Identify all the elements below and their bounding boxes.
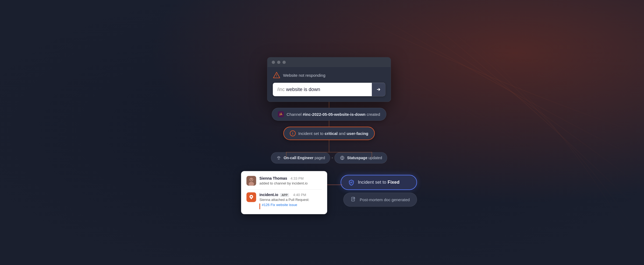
- postmortem-text: Post-mortem doc generated: [360, 197, 410, 202]
- chat-content-1: Sienna Thomas 4:33 PM added to channel b…: [259, 176, 322, 186]
- critical-pill-text: Incident set to critical and user-facing: [298, 131, 368, 136]
- chat-body-1: added to channel by incident.io: [259, 181, 322, 185]
- bottom-area: Sienna Thomas 4:33 PM added to channel b…: [241, 171, 417, 214]
- connector-v4: [286, 152, 286, 157]
- oncall-text: On-call Engineer paged: [284, 156, 325, 160]
- connector-v3: [329, 140, 329, 152]
- connector-v1: [329, 102, 329, 108]
- window-body: ! Website not responding /inc website is…: [267, 67, 391, 102]
- svg-point-9: [251, 196, 252, 197]
- svg-point-1: [278, 158, 279, 158]
- connector-v2: [329, 121, 329, 127]
- postmortem-pill: Post-mortem doc generated: [343, 193, 417, 207]
- chat-header-2: incident.io APP 4:40 PM: [259, 192, 322, 197]
- alert-row: ! Website not responding: [273, 71, 385, 79]
- pull-request-line: #126 Fix website issue: [259, 203, 322, 209]
- svg-rect-2: [278, 159, 279, 159]
- slack-pill-text: Channel #inc-2022-05-05-website-is-down …: [286, 112, 380, 117]
- incident-app-icon: [246, 192, 256, 202]
- slack-channel-pill: Channel #inc-2022-05-05-website-is-down …: [272, 108, 386, 121]
- split-area: [259, 140, 399, 152]
- statuspage-text: Statuspage updated: [347, 156, 382, 160]
- command-submit-button[interactable]: [372, 83, 385, 96]
- svg-point-7: [250, 179, 251, 180]
- right-pills-container: Incident set to Fixed Post-mortem doc ge…: [341, 171, 417, 207]
- user-facing-label: user-facing: [346, 131, 368, 136]
- warning-triangle-icon: !: [273, 71, 280, 79]
- dot-green: [282, 61, 286, 64]
- shield-icon: [348, 179, 355, 186]
- titlebar: [267, 57, 391, 67]
- pager-icon: [276, 155, 281, 161]
- svg-text:!: !: [276, 74, 277, 78]
- critical-pill: i Incident set to critical and user-faci…: [283, 127, 375, 140]
- chat-content-2: incident.io APP 4:40 PM Sienna attached …: [259, 192, 322, 209]
- slack-icon: [278, 111, 284, 117]
- fixed-pill-text: Incident set to Fixed: [358, 180, 399, 185]
- command-input-text: /inc website is down: [273, 83, 372, 96]
- statuspage-pill: Statuspage updated: [334, 152, 387, 163]
- svg-point-8: [252, 179, 252, 180]
- oncall-pill: On-call Engineer paged: [271, 152, 330, 163]
- command-input-row[interactable]: /inc website is down: [273, 83, 385, 96]
- pr-bar: [259, 203, 260, 209]
- alert-text: Website not responding: [283, 73, 325, 78]
- chat-divider: [246, 189, 322, 190]
- chat-header-1: Sienna Thomas 4:33 PM: [259, 176, 322, 181]
- dot-yellow: [277, 61, 280, 64]
- info-circle-icon: i: [290, 130, 296, 136]
- h-connector-mid: [327, 184, 342, 185]
- command-slash: /inc: [277, 87, 286, 92]
- chat-time-2: 4:40 PM: [293, 193, 306, 197]
- pr-link: #126 Fix website issue: [262, 203, 297, 207]
- chat-name-1: Sienna Thomas: [259, 176, 287, 180]
- main-scene: ! Website not responding /inc website is…: [241, 57, 417, 214]
- channel-name: #inc-2022-05-05-website-is-down: [303, 112, 365, 117]
- chat-message-1: Sienna Thomas 4:33 PM added to channel b…: [246, 176, 322, 186]
- connector-v5: [371, 152, 372, 157]
- chat-card: Sienna Thomas 4:33 PM added to channel b…: [241, 171, 327, 214]
- connector-h1: [286, 152, 372, 152]
- split-pills-row: On-call Engineer paged Statuspage update…: [271, 152, 387, 163]
- dot-red: [272, 61, 275, 64]
- separator-dot: [332, 157, 333, 158]
- command-body: website is down: [286, 87, 320, 92]
- fixed-pill: Incident set to Fixed: [341, 175, 417, 190]
- chat-message-2: incident.io APP 4:40 PM Sienna attached …: [246, 192, 322, 209]
- fixed-label: Fixed: [388, 180, 399, 185]
- document-icon: [351, 197, 356, 203]
- chat-time-1: 4:33 PM: [291, 176, 303, 180]
- chat-body-2: Sienna attached a Pull Request:: [259, 198, 322, 202]
- chat-name-2: incident.io: [259, 193, 278, 197]
- critical-label: critical: [325, 131, 338, 136]
- mac-window: ! Website not responding /inc website is…: [267, 57, 391, 102]
- app-badge: APP: [280, 193, 289, 197]
- avatar-sienna: [246, 176, 256, 186]
- globe-icon: [339, 155, 345, 161]
